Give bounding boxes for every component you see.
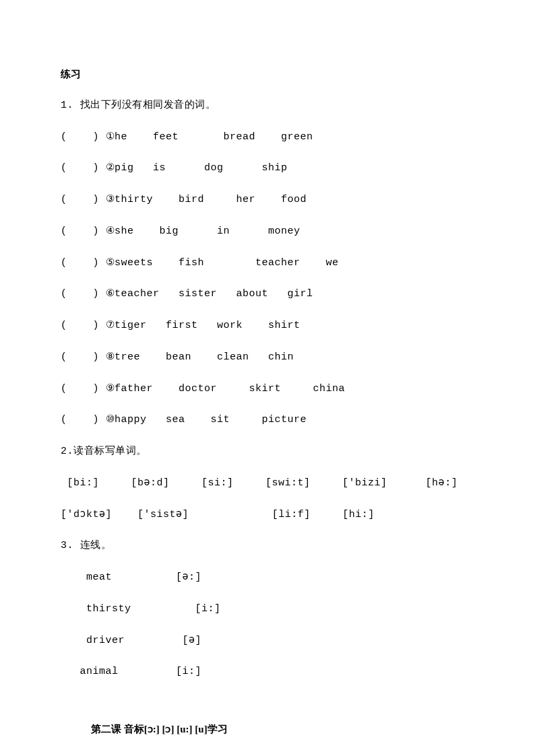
lesson-title: 第二课 音标[ɔ:] [ɔ] [u:] [u]学习 — [91, 721, 474, 738]
q1-item: ( ) ①he feet bread green — [61, 129, 474, 146]
q1-heading: 1. 找出下列没有相同发音的词。 — [61, 98, 474, 114]
q3-line: driver [ə] — [61, 633, 474, 650]
q2-line: [bi:] [bə:d] [si:] [swi:t] ['bizi] [hə:] — [61, 475, 474, 492]
question-3: 3. 连线。 meat [ə:] thirsty [i:] driver [ə]… — [61, 538, 474, 681]
q1-item: ( ) ④she big in money — [61, 224, 474, 240]
q1-item: ( ) ⑦tiger first work shirt — [61, 318, 474, 335]
q2-line: ['dɔktə] ['sistə] [li:f] [hi:] — [61, 507, 474, 524]
q1-item: ( ) ⑧tree bean clean chin — [61, 349, 474, 366]
question-1: 1. 找出下列没有相同发音的词。 ( ) ①he feet bread gree… — [61, 98, 474, 429]
q1-item: ( ) ②pig is dog ship — [61, 160, 474, 177]
q3-heading: 3. 连线。 — [61, 538, 474, 555]
q1-item: ( ) ③thirty bird her food — [61, 192, 474, 209]
q1-item: ( ) ⑩happy sea sit picture — [61, 412, 474, 429]
q3-line: animal [i:] — [61, 664, 474, 681]
q1-item: ( ) ⑥teacher sister about girl — [61, 286, 474, 303]
q1-item: ( ) ⑤sweets fish teacher we — [61, 255, 474, 272]
q2-heading: 2.读音标写单词。 — [61, 444, 474, 460]
q1-item: ( ) ⑨father doctor skirt china — [61, 381, 474, 398]
q3-line: meat [ə:] — [61, 570, 474, 586]
page-title: 练习 — [61, 66, 474, 83]
q3-line: thirsty [i:] — [61, 601, 474, 618]
question-2: 2.读音标写单词。 [bi:] [bə:d] [si:] [swi:t] ['b… — [61, 444, 474, 523]
